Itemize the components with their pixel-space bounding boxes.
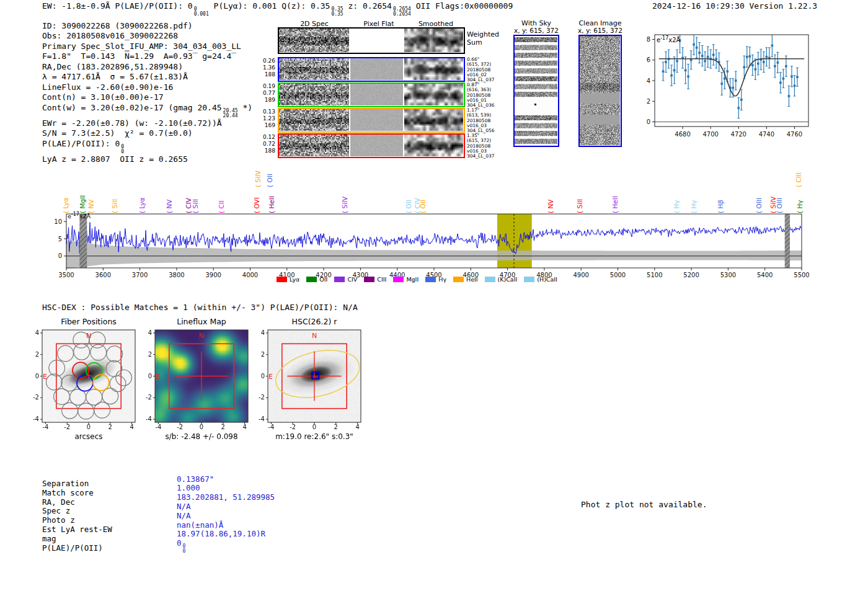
data-point bbox=[777, 61, 779, 64]
y-tick-label: 8 bbox=[647, 36, 650, 43]
fiber-x-tick-label: -4 bbox=[42, 424, 48, 430]
info-line: F=1.8" T=0.143 N̅=1.29 A=0.93̅ g=24.4̅ bbox=[42, 51, 252, 61]
fiber-x-tick-label: 2 bbox=[108, 424, 112, 430]
x-tick-label: 4680 bbox=[675, 131, 690, 138]
match-aperture-square bbox=[312, 372, 319, 379]
spec2d-row-weights: 0.190.77189 bbox=[254, 83, 275, 104]
spec2d-row-weights: 0.120.72188 bbox=[254, 134, 275, 154]
legend-swatch bbox=[306, 277, 317, 282]
emission-line-label: ( NV bbox=[547, 200, 554, 213]
fiber-weight-value: 188 bbox=[254, 148, 275, 154]
legend-item: HeII bbox=[453, 276, 478, 283]
fiber-weight-value: 1.36 bbox=[254, 64, 275, 71]
data-point bbox=[737, 107, 740, 109]
data-point bbox=[670, 74, 673, 77]
x-tick-label: 4760 bbox=[787, 131, 802, 138]
fit-curve bbox=[659, 59, 804, 96]
fiber-weight-value: 0.12 bbox=[254, 134, 275, 141]
info-line: λ = 4717.61Å σ = 5.67(±1.83)Å bbox=[42, 72, 252, 82]
fiber-x-tick-label: -2 bbox=[64, 424, 70, 430]
fiber-circle bbox=[62, 402, 78, 419]
data-point bbox=[735, 79, 737, 82]
with-sky-coords: x, y: 615, 372 bbox=[508, 27, 564, 34]
emission-line-label: ( CII bbox=[218, 200, 225, 213]
data-point bbox=[684, 69, 687, 72]
lineflux-x-tick-label: -4 bbox=[155, 424, 161, 430]
data-point bbox=[743, 66, 745, 69]
fiber-y-tick-label: 2 bbox=[35, 351, 39, 358]
legend-swatch bbox=[425, 277, 436, 282]
hsc-y-tick-label: -4 bbox=[259, 415, 265, 422]
spec2d-row-weights: 0.261.36188 bbox=[254, 58, 275, 78]
fiber-weight-value: 169 bbox=[254, 122, 275, 129]
fiber-y-tick-label: 4 bbox=[35, 329, 39, 336]
legend-item: Lyα bbox=[277, 276, 299, 283]
x-tick-label: 4000 bbox=[242, 272, 258, 278]
hsc-image-title: HSC(26.2) r bbox=[268, 317, 361, 326]
fiber-y-tick-label: -4 bbox=[33, 415, 39, 422]
fiber-weight-value: 0.72 bbox=[254, 141, 275, 148]
fiber-x-tick-label: 0 bbox=[87, 424, 91, 430]
emission-line-label: ( SiIV bbox=[254, 171, 262, 187]
emission-line-label: ( Hγ bbox=[690, 200, 698, 213]
clean-image bbox=[580, 36, 620, 145]
spec2d-smoothed-image bbox=[404, 84, 463, 105]
data-point bbox=[749, 55, 751, 58]
match-table-value: 000 bbox=[177, 538, 185, 554]
selected-fiber-circle bbox=[93, 375, 109, 391]
x-tick-label: 5100 bbox=[647, 272, 662, 278]
emission-line-label: ( HeII bbox=[611, 196, 619, 213]
fiber-circle bbox=[116, 370, 132, 386]
compass-east-label: E bbox=[268, 373, 273, 381]
lineflux-map-title: Lineflux Map bbox=[155, 317, 248, 326]
fiber-circle bbox=[106, 360, 122, 376]
data-point bbox=[693, 43, 695, 46]
lineflux-crosshair bbox=[175, 351, 229, 401]
data-point bbox=[676, 60, 678, 63]
emission-line-label: ( MgII bbox=[79, 195, 86, 213]
spec2d-smoothed-image bbox=[404, 135, 463, 156]
info-line: P(LAE)/P(OII): 000 bbox=[42, 139, 252, 154]
y-tick-label: 0 bbox=[58, 252, 62, 259]
lineflux-y-tick-label: -4 bbox=[146, 415, 152, 422]
fiber-xlabel: arcsecs bbox=[42, 432, 135, 441]
fiber-weight-value: 1.23 bbox=[254, 115, 275, 122]
info-line: ID: 3090022268 (3090022268.pdf) bbox=[42, 21, 252, 31]
fiber-circle bbox=[58, 345, 74, 362]
emission-line-label: ( SiIV bbox=[341, 197, 348, 213]
fiber-weight-value: 0.13 bbox=[254, 109, 275, 115]
x-tick-label: 3500 bbox=[58, 272, 74, 278]
legend-swatch bbox=[453, 277, 464, 282]
fiber-circle bbox=[78, 403, 94, 419]
header-summary: EW: -1.8±-0.9Å P(LAE)/P(OII): 000.001 P(… bbox=[42, 1, 513, 17]
info-line: Cont(w) = 3.20(±0.02)e-17 (gmag 20.4520.… bbox=[42, 103, 252, 118]
data-point bbox=[662, 70, 665, 73]
legend-label: CIII bbox=[377, 276, 386, 283]
data-point bbox=[774, 65, 776, 68]
y-tick-label: 10 bbox=[54, 218, 62, 225]
legend-label: HeII bbox=[466, 276, 478, 283]
emission-line-label: ( OVI bbox=[253, 197, 260, 213]
fit-plot-box bbox=[655, 35, 808, 127]
weighted-sum-label: Weighted Sum bbox=[467, 31, 504, 47]
x-tick-label: 4720 bbox=[731, 131, 746, 138]
hsc-xlabel: m:19.0 re:2.6" s:0.3" bbox=[262, 432, 367, 441]
fiber-y-tick-label: 0 bbox=[35, 373, 39, 380]
data-point bbox=[746, 56, 748, 58]
spec2d-row bbox=[278, 82, 465, 107]
data-point bbox=[673, 69, 676, 72]
emission-line-label: ( Lyα bbox=[138, 198, 146, 213]
clean-image-coords: x, y: 615, 372 bbox=[572, 27, 628, 34]
data-point bbox=[788, 95, 790, 97]
legend-item: OII bbox=[306, 276, 327, 283]
legend-item: (K)CaII bbox=[485, 276, 518, 283]
info-line: RA,Dec (183.202896,51.289948) bbox=[42, 62, 252, 72]
x-tick-label: 3700 bbox=[132, 272, 148, 278]
info-line: Cont(n) = 3.10(±0.00)e-17 bbox=[42, 92, 252, 102]
fiber-weight-value: 0.19 bbox=[254, 83, 275, 90]
legend-swatch bbox=[393, 277, 404, 282]
lineflux-y-tick-label: -2 bbox=[146, 394, 152, 401]
data-point bbox=[755, 68, 757, 71]
fiber-circle bbox=[107, 346, 123, 362]
fiber-circle bbox=[94, 402, 110, 418]
